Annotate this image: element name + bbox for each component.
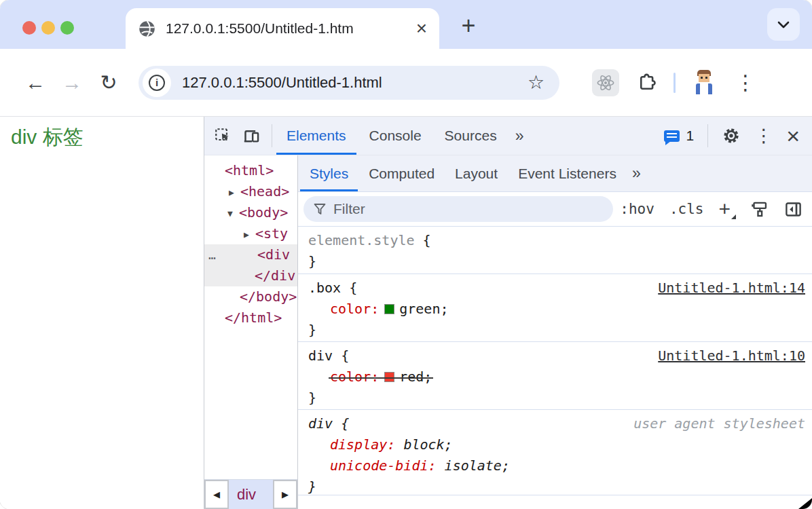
globe-favicon-icon xyxy=(138,20,156,38)
page-text: div 标签 xyxy=(11,124,84,151)
styles-filter-row: :hov .cls + xyxy=(298,192,812,227)
issues-button[interactable]: 1 xyxy=(664,128,694,144)
ellipsis-menu-icon[interactable]: … xyxy=(208,244,217,265)
styles-pane-bottom xyxy=(298,495,812,509)
toolbar-divider xyxy=(673,73,676,93)
puzzle-icon xyxy=(637,73,657,93)
devtools-toolbar: Elements Console Sources » 1 ⋮ × xyxy=(204,117,812,155)
chevron-down-icon xyxy=(777,20,790,29)
address-bar[interactable]: i 127.0.0.1:5500/Untitled-1.html ☆ xyxy=(139,66,559,100)
devtools-body: <html> ▶<head> ▼<body> ▶<sty …<div </div… xyxy=(204,155,812,509)
tree-collapsed-icon[interactable]: ▶ xyxy=(244,224,255,245)
breadcrumb-bar: ◀ div ▶ xyxy=(204,479,297,509)
element-style-section[interactable]: element.style { } xyxy=(298,227,812,274)
tree-row-selected[interactable]: </div xyxy=(204,265,297,286)
tab-computed[interactable]: Computed xyxy=(358,155,445,191)
property-value: isolate; xyxy=(445,457,510,474)
selector: .box { xyxy=(308,278,357,299)
declaration-overridden[interactable]: color:red; xyxy=(308,366,805,388)
tab-search-button[interactable] xyxy=(767,8,800,41)
filter-input[interactable] xyxy=(333,201,604,217)
property-name: color: xyxy=(330,369,379,385)
zoom-window-button[interactable] xyxy=(60,21,74,35)
property-value: block; xyxy=(403,436,452,453)
inspect-element-button[interactable] xyxy=(214,127,232,145)
tab-styles[interactable]: Styles xyxy=(299,155,358,191)
atom-icon xyxy=(596,73,615,92)
traffic-lights xyxy=(22,21,74,35)
device-toolbar-button[interactable] xyxy=(242,127,261,145)
toggle-sidebar-panel-icon[interactable] xyxy=(784,200,802,219)
breadcrumb-scroll-right-button[interactable]: ▶ xyxy=(273,480,297,509)
new-tab-button[interactable]: + xyxy=(454,11,483,41)
browser-menu-button[interactable]: ⋮ xyxy=(735,73,756,93)
tree-row[interactable]: ▶<head> xyxy=(204,181,297,202)
div-rule-section[interactable]: div { Untitled-1.html:10 color:red; } xyxy=(298,342,812,410)
bookmark-star-icon[interactable]: ☆ xyxy=(528,71,545,94)
browser-tab[interactable]: 127.0.0.1:5500/Untitled-1.htm × xyxy=(126,8,439,49)
property-name: display: xyxy=(330,436,395,453)
breadcrumb-crumb-div[interactable]: div xyxy=(229,480,273,509)
declaration[interactable]: unicode-bidi: isolate; xyxy=(308,455,805,476)
tab-layout[interactable]: Layout xyxy=(445,155,508,191)
paint-roller-icon[interactable] xyxy=(751,200,769,219)
more-tabs-button[interactable]: » xyxy=(509,117,531,155)
breadcrumb-scroll-left-button[interactable]: ◀ xyxy=(204,480,229,509)
selector: div { xyxy=(308,345,349,366)
color-swatch-green[interactable] xyxy=(384,304,394,314)
property-name: unicode-bidi: xyxy=(330,457,437,474)
site-info-chip[interactable]: i xyxy=(143,69,171,97)
styles-sidebar: Styles Computed Layout Event Listeners » xyxy=(297,155,812,509)
tab-strip: 127.0.0.1:5500/Untitled-1.htm × + xyxy=(0,0,812,49)
react-devtools-extension-button[interactable] xyxy=(592,69,619,96)
tree-collapsed-icon[interactable]: ▶ xyxy=(229,182,240,203)
selector: div { xyxy=(308,413,349,434)
property-name: color: xyxy=(330,301,379,317)
tab-close-icon[interactable]: × xyxy=(413,19,430,38)
toolbar-divider xyxy=(707,124,708,147)
property-value: red; xyxy=(399,369,432,385)
tab-event-listeners[interactable]: Event Listeners xyxy=(508,155,627,191)
declaration[interactable]: display: block; xyxy=(308,434,805,455)
tree-row[interactable]: ▶<sty xyxy=(204,223,297,244)
tab-title: 127.0.0.1:5500/Untitled-1.htm xyxy=(166,20,413,37)
reload-button[interactable]: ↻ xyxy=(94,68,124,98)
devtools-close-button[interactable]: × xyxy=(786,126,800,146)
source-link[interactable]: Untitled-1.html:10 xyxy=(658,345,805,366)
forward-button[interactable]: → xyxy=(57,68,87,98)
box-rule-section[interactable]: .box { Untitled-1.html:14 color:green; } xyxy=(298,274,812,342)
dom-tree: <html> ▶<head> ▼<body> ▶<sty …<div </div… xyxy=(204,155,297,479)
tab-sources[interactable]: Sources xyxy=(433,117,509,155)
element-classes-button[interactable]: .cls xyxy=(669,201,704,217)
profile-avatar[interactable] xyxy=(692,70,716,96)
tree-row[interactable]: </html> xyxy=(204,307,297,328)
user-agent-rule-section[interactable]: div { user agent stylesheet display: blo… xyxy=(298,410,812,495)
info-icon: i xyxy=(149,75,165,91)
tree-row[interactable]: ▼<body> xyxy=(204,202,297,223)
toolbar-divider xyxy=(272,124,272,147)
issues-chat-icon xyxy=(664,130,680,142)
sidebar-tabs: Styles Computed Layout Event Listeners » xyxy=(298,155,812,192)
tree-row-selected[interactable]: …<div xyxy=(204,244,297,265)
color-swatch-red[interactable] xyxy=(384,372,394,382)
source-link[interactable]: Untitled-1.html:14 xyxy=(658,278,805,299)
tree-row[interactable]: </body> xyxy=(204,286,297,307)
issues-count: 1 xyxy=(686,128,694,144)
devtools-menu-button[interactable]: ⋮ xyxy=(754,125,773,147)
toggle-element-state-button[interactable]: :hov xyxy=(620,201,654,217)
settings-gear-icon[interactable] xyxy=(722,126,741,145)
more-sidebar-tabs-button[interactable]: » xyxy=(627,155,646,191)
extensions-button[interactable] xyxy=(637,73,657,93)
back-button[interactable]: ← xyxy=(20,68,50,98)
url-text[interactable]: 127.0.0.1:5500/Untitled-1.html xyxy=(182,74,382,92)
tree-row[interactable]: <html> xyxy=(204,160,297,181)
tree-expanded-icon[interactable]: ▼ xyxy=(227,203,239,224)
close-window-button[interactable] xyxy=(22,21,36,35)
declaration[interactable]: color:green; xyxy=(308,299,805,320)
tab-console[interactable]: Console xyxy=(358,117,433,155)
minimize-window-button[interactable] xyxy=(41,21,55,35)
browser-window: 127.0.0.1:5500/Untitled-1.htm × + ← → ↻ … xyxy=(0,0,812,509)
filter-pill[interactable] xyxy=(303,196,613,222)
tab-elements[interactable]: Elements xyxy=(275,117,358,155)
new-style-rule-button[interactable]: + xyxy=(718,197,736,221)
